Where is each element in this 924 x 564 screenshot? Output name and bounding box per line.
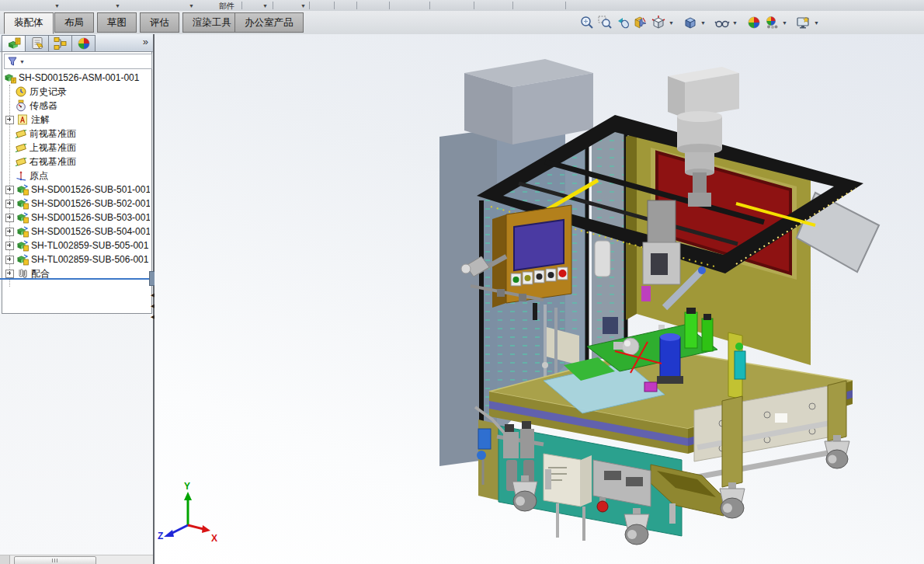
display-style-dropdown[interactable]: ▼ (700, 20, 707, 26)
tree-filter-bar[interactable]: ▼ (4, 54, 152, 69)
assembly-icon (4, 71, 16, 84)
plane-icon (15, 141, 27, 154)
previous-view-button[interactable] (614, 14, 631, 31)
tree-item-root-assembly[interactable]: SH-SD001526-ASM-001-001 (2, 71, 150, 85)
tab-sketch[interactable]: 草图 (97, 12, 137, 33)
expand-toggle[interactable] (5, 186, 14, 194)
tab-layout[interactable]: 布局 (54, 12, 94, 33)
tree-item-annotations[interactable]: 注解 (2, 113, 150, 127)
toolbar-separator (429, 2, 430, 9)
view-settings-button[interactable] (795, 14, 812, 31)
view-settings-dropdown[interactable]: ▼ (813, 20, 820, 26)
triad-x-label: X (211, 533, 217, 544)
subassembly-icon (16, 211, 29, 224)
viewport-triad[interactable]: Y Z X (158, 481, 217, 544)
filter-dropdown-arrow[interactable]: ▼ (19, 59, 25, 64)
model-green-bottle (702, 319, 713, 351)
tree-item-sub-501[interactable]: SH-SD001526-SUB-501-001 (2, 183, 150, 197)
subassembly-icon (16, 225, 29, 238)
toolbar-separator (309, 2, 310, 9)
view-orientation-button[interactable] (650, 14, 667, 31)
display-style-button[interactable] (682, 14, 699, 31)
tab-propertymanager[interactable] (25, 35, 49, 52)
panel-tab-bar: » (0, 34, 153, 52)
sensors-icon (15, 99, 27, 112)
configurationmanager-icon (53, 37, 68, 50)
tree-item-sub-506[interactable]: SH-TL002859-SUB-506-001 (2, 252, 150, 266)
toolbar-separator (389, 2, 390, 9)
expand-toggle[interactable] (5, 116, 14, 124)
dropdown-arrow-icon[interactable]: ▼ (115, 3, 120, 9)
toolbar-separator (241, 2, 242, 9)
expand-toggle[interactable] (5, 228, 14, 236)
plane-icon (15, 155, 27, 168)
hide-show-items-dropdown[interactable]: ▼ (731, 20, 738, 26)
section-view-button[interactable] (632, 14, 649, 31)
model-red-valve (597, 501, 608, 512)
dropdown-arrow-icon[interactable]: ▼ (262, 3, 268, 9)
edit-appearance-icon (746, 15, 762, 30)
view-orientation-icon (651, 15, 666, 30)
display-style-icon (683, 15, 698, 30)
apply-scene-button[interactable] (763, 14, 780, 31)
hide-show-items-button[interactable] (714, 14, 731, 31)
model-hmi-screen (514, 220, 564, 270)
annotations-icon (16, 113, 29, 126)
scrollbar-thumb[interactable] (14, 556, 96, 564)
view-settings-icon (796, 15, 811, 30)
panel-horizontal-scrollbar[interactable] (0, 555, 153, 564)
zoom-to-area-button[interactable] (596, 14, 613, 31)
zoom-to-area-icon (597, 15, 613, 30)
model-frl-unit (503, 432, 519, 458)
zoom-to-fit-icon (579, 15, 595, 30)
toolbar-separator (356, 2, 357, 9)
featuremanager-tree-box: ▼ SH-SD001526-ASM-001-001 历史记录 传感器 (2, 51, 152, 314)
triad-y-label: Y (184, 481, 190, 492)
tree-item-sub-504[interactable]: SH-SD001526-SUB-504-001 (2, 225, 150, 238)
tab-render-tools[interactable]: 渲染工具 (182, 12, 241, 33)
tree-item-sub-503[interactable]: SH-SD001526-SUB-503-001 (2, 211, 150, 225)
tree-item-sub-505[interactable]: SH-TL002859-SUB-505-001 (2, 238, 150, 252)
tree-item-sensors[interactable]: 传感器 (2, 99, 150, 113)
tab-featuremanager-tree[interactable] (2, 35, 26, 52)
toolbar-separator (273, 2, 273, 9)
zoom-to-fit-button[interactable] (578, 14, 596, 31)
edit-appearance-button[interactable] (745, 14, 762, 31)
tree-item-sub-502[interactable]: SH-SD001526-SUB-502-001 (2, 197, 150, 211)
filter-funnel-icon (7, 56, 18, 67)
expand-toggle[interactable] (5, 256, 14, 264)
subassembly-icon (16, 197, 29, 210)
expand-toggle[interactable] (5, 200, 14, 208)
tab-office-products[interactable]: 办公室产品 (234, 12, 304, 33)
tree-item-front-plane[interactable]: 前视基准面 (2, 127, 150, 141)
section-view-icon (633, 15, 648, 30)
dropdown-arrow-icon[interactable]: ▼ (300, 3, 306, 9)
tree-item-right-plane[interactable]: 右视基准面 (2, 155, 150, 169)
model-caster (720, 482, 745, 518)
model-green-bottle (685, 312, 697, 348)
dropdown-arrow-icon[interactable]: ▼ (54, 3, 60, 9)
tab-assembly[interactable]: 装配体 (4, 12, 54, 34)
tree-item-top-plane[interactable]: 上视基准面 (2, 141, 150, 155)
apply-scene-dropdown[interactable]: ▼ (781, 20, 788, 26)
tab-configurationmanager[interactable] (48, 35, 72, 52)
dropdown-arrow-icon[interactable]: ▼ (189, 3, 194, 9)
model-blue-cylinder (660, 337, 680, 378)
apply-scene-icon (764, 15, 780, 30)
view-orientation-dropdown[interactable]: ▼ (668, 20, 675, 26)
tree-item-origin[interactable]: 原点 (2, 169, 150, 183)
solidworks-window: { "top_strip": { "partial_toolbar_label"… (0, 0, 924, 564)
expand-toggle[interactable] (5, 214, 14, 222)
origin-icon (15, 169, 27, 182)
graphics-viewport[interactable]: Y Z X (155, 34, 924, 564)
panel-bottom-divider (0, 278, 153, 280)
panel-tab-overflow-button[interactable]: » (143, 36, 148, 47)
tab-evaluate[interactable]: 评估 (140, 12, 179, 33)
plane-icon (15, 127, 27, 140)
tab-displaymanager[interactable] (71, 35, 96, 52)
tree-item-history[interactable]: 历史记录 (2, 85, 150, 99)
subassembly-icon (16, 183, 29, 196)
toolbar-separator (512, 2, 513, 9)
expand-toggle[interactable] (5, 270, 14, 278)
expand-toggle[interactable] (5, 242, 14, 250)
